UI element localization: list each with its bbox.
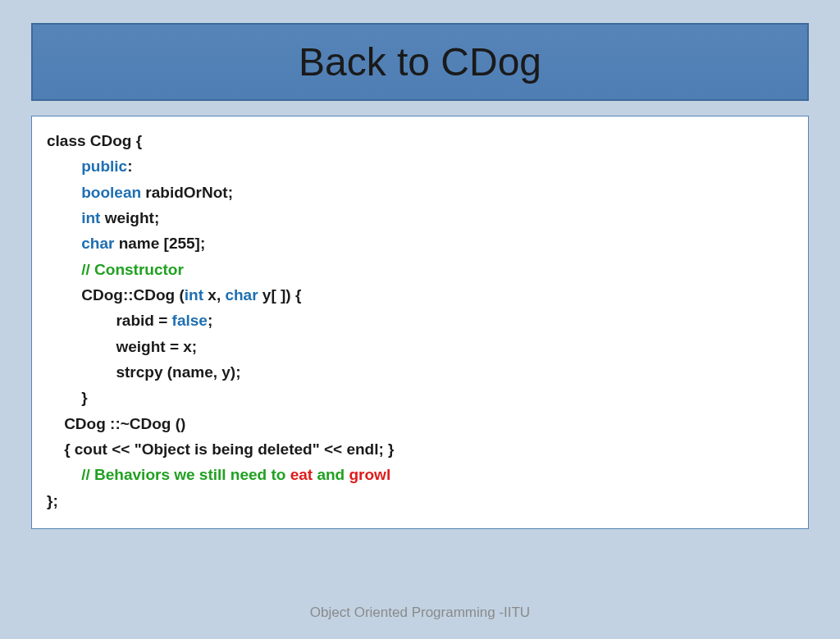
keyword-growl: growl	[349, 466, 391, 483]
code-text: y[ ]) {	[258, 286, 302, 304]
keyword-char: char	[81, 235, 114, 252]
code-text: rabid =	[116, 312, 171, 329]
code-text: weight;	[100, 209, 159, 226]
keyword-boolean: boolean	[81, 184, 141, 201]
code-line: class CDog {	[47, 132, 142, 149]
code-text: rabidOrNot;	[141, 184, 233, 201]
code-text: ;	[208, 312, 212, 329]
slide-title-bar: Back to CDog	[31, 23, 809, 101]
comment: and	[313, 466, 349, 483]
keyword-char: char	[225, 286, 258, 304]
keyword-false: false	[172, 312, 208, 329]
keyword-int: int	[81, 209, 100, 226]
code-block: class CDog { public: boolean rabidOrNot;…	[31, 116, 809, 529]
keyword-eat: eat	[290, 466, 313, 483]
code-content: class CDog { public: boolean rabidOrNot;…	[47, 128, 793, 513]
comment: // Behaviors we still need to	[81, 466, 290, 483]
code-text: x,	[203, 286, 225, 304]
code-text: :	[127, 157, 132, 175]
code-text: CDog ::~CDog ()	[64, 415, 185, 432]
code-text: { cout << "Object is being deleted" << e…	[64, 440, 394, 458]
code-text: CDog::CDog (	[81, 286, 185, 304]
code-text: }	[81, 389, 87, 406]
comment: // Constructor	[81, 261, 184, 278]
code-text: weight = x;	[116, 338, 197, 355]
keyword-public: public	[81, 157, 127, 175]
keyword-int: int	[185, 286, 203, 304]
code-text: strcpy (name, y);	[116, 363, 240, 381]
slide-title: Back to CDog	[33, 39, 807, 84]
footer-text: Object Oriented Programming -IITU	[0, 582, 840, 639]
code-text: name [255];	[114, 235, 205, 252]
code-text: };	[47, 492, 58, 509]
